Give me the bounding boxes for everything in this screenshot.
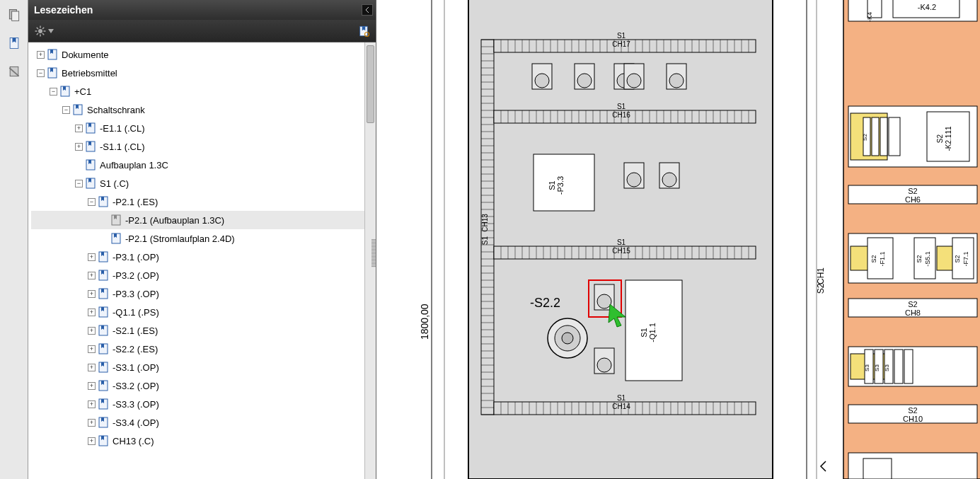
tree-item-label: -S1.1 (.CL) [100, 142, 145, 152]
tree-item-p21[interactable]: −-P2.1 (.ES) [31, 192, 376, 211]
bookmark-doc-icon [60, 86, 70, 97]
tree-item-schaltschrank[interactable]: −Schaltschrank [31, 100, 376, 119]
expand-icon[interactable]: + [88, 419, 96, 427]
svg-point-255 [535, 74, 549, 88]
tree-item-s34[interactable]: +-S3.4 (.OP) [31, 413, 376, 432]
tree-item-s1[interactable]: −S1 (.C) [31, 174, 376, 192]
svg-rect-335 [863, 458, 892, 479]
tree-item-s21[interactable]: +-S2.1 (.ES) [31, 321, 376, 340]
tree-item-q11[interactable]: +-Q1.1 (.PS) [31, 303, 376, 321]
bookmark-doc-icon [98, 343, 108, 354]
tree-item-p32[interactable]: +-P3.2 (.OP) [31, 266, 376, 284]
bookmark-doc-icon [98, 380, 108, 391]
tree-item-label: -P3.2 (.OP) [113, 270, 159, 281]
svg-text:-F1.1: -F1.1 [879, 251, 886, 266]
svg-text:S2: S2 [936, 134, 944, 143]
tree-item-p31[interactable]: +-P3.1 (.OP) [31, 248, 376, 266]
svg-text:S2: S2 [916, 255, 923, 262]
tree-item-s22[interactable]: +-S2.2 (.ES) [31, 340, 376, 358]
sidebar-header: Lesezeichen [28, 0, 376, 20]
find-bookmark-icon[interactable] [357, 25, 370, 37]
scrollbar-thumb[interactable] [367, 45, 374, 123]
tree-item-p21a[interactable]: -P2.1 (Aufbauplan 1.3C) [31, 211, 376, 229]
tree-item-label: -S2.2 (.ES) [113, 344, 158, 354]
svg-text:S3: S3 [874, 364, 880, 371]
expand-icon[interactable]: + [88, 382, 96, 390]
tree-item-e11[interactable]: +-E1.1 (.CL) [31, 119, 376, 137]
drawing-canvas[interactable]: 1800,00 S1 CH13 S1 CH17 [376, 0, 980, 479]
svg-text:S2: S2 [908, 187, 917, 195]
tree-item-c1[interactable]: −+C1 [31, 82, 376, 100]
expand-icon[interactable]: + [88, 327, 96, 335]
collapse-icon[interactable]: − [75, 180, 83, 187]
collapse-icon[interactable]: − [50, 88, 57, 96]
expand-icon[interactable]: + [88, 400, 96, 408]
tree-item-dokumente[interactable]: +Dokumente [31, 45, 376, 64]
resize-grip[interactable] [371, 239, 376, 267]
bookmark-doc-icon [98, 270, 108, 281]
svg-rect-326 [894, 350, 903, 383]
svg-point-5 [38, 29, 42, 33]
tree-item-ch13[interactable]: +CH13 (.C) [31, 432, 376, 450]
svg-rect-296 [872, 117, 879, 156]
pages-icon[interactable] [6, 7, 22, 23]
expand-icon[interactable]: + [88, 290, 96, 298]
bookmark-doc-icon [111, 214, 121, 226]
expand-icon[interactable]: + [37, 51, 45, 59]
svg-text:CH10: CH10 [903, 415, 923, 423]
bookmark-doc-icon [73, 104, 83, 115]
tree-item-label: -S3.3 (.OP) [113, 399, 159, 410]
expand-icon[interactable]: + [75, 125, 83, 132]
expand-icon[interactable]: + [88, 437, 96, 445]
dropdown-caret-icon[interactable] [48, 29, 54, 33]
bookmark-doc-icon [98, 435, 108, 446]
toggle-spacer [75, 161, 83, 169]
collapse-icon[interactable]: − [37, 69, 45, 77]
tree-item-s32[interactable]: +-S3.2 (.OP) [31, 376, 376, 395]
tree-item-label: -P3.3 (.OP) [113, 289, 159, 299]
svg-text:-S2.2: -S2.2 [530, 296, 560, 310]
expand-icon[interactable]: + [88, 345, 96, 353]
svg-point-270 [662, 173, 676, 187]
tree-item-betriebsmittel[interactable]: −Betriebsmittel [31, 64, 376, 82]
tree-item-label: Schaltschrank [87, 105, 145, 115]
tree-item-p21s[interactable]: -P2.1 (Stromlaufplan 2.4D) [31, 229, 376, 248]
expand-icon[interactable]: + [88, 272, 96, 279]
svg-text:S3: S3 [884, 364, 890, 371]
bookmark-doc-icon [98, 196, 108, 207]
bookmark-tree[interactable]: +Dokumente−Betriebsmittel−+C1−Schaltschr… [28, 42, 376, 479]
svg-rect-1 [11, 11, 18, 21]
bookmark-doc-icon [98, 251, 108, 262]
expand-icon[interactable]: + [75, 143, 83, 151]
bookmark-doc-icon [86, 159, 96, 171]
tree-item-s11[interactable]: +-S1.1 (.CL) [31, 137, 376, 156]
bookmark-doc-icon [47, 67, 57, 79]
bookmark-panel-icon[interactable] [6, 35, 22, 51]
svg-text:S1: S1 [617, 32, 626, 40]
bookmark-doc-icon [98, 325, 108, 336]
expand-icon[interactable]: + [88, 253, 96, 261]
tree-item-label: -Q1.1 (.PS) [113, 307, 159, 318]
collapse-panel-button[interactable] [362, 4, 373, 16]
collapse-icon[interactable]: − [62, 106, 70, 114]
tree-item-s33[interactable]: +-S3.3 (.OP) [31, 395, 376, 413]
svg-text:S1: S1 [617, 394, 626, 402]
svg-text:S2: S2 [954, 255, 961, 262]
tree-item-p33[interactable]: +-P3.3 (.OP) [31, 284, 376, 303]
sidebar-toolbar [28, 20, 376, 42]
expand-icon[interactable]: + [88, 308, 96, 316]
tree-item-s31[interactable]: +-S3.1 (.OP) [31, 358, 376, 376]
svg-line-11 [42, 33, 44, 35]
attachments-icon[interactable] [6, 64, 22, 79]
collapse-icon[interactable]: − [88, 198, 96, 206]
tree-item-label: Betriebsmittel [62, 68, 117, 79]
svg-point-274 [562, 333, 573, 344]
svg-line-12 [37, 33, 38, 35]
svg-text:-K4.2: -K4.2 [918, 3, 936, 11]
bookmark-doc-icon [98, 288, 108, 299]
tree-item-label: -S2.1 (.ES) [113, 325, 158, 336]
svg-text:S1: S1 [617, 238, 626, 246]
tree-item-aufbau[interactable]: Aufbauplan 1.3C [31, 156, 376, 174]
gear-icon[interactable] [34, 25, 47, 37]
expand-icon[interactable]: + [88, 364, 96, 371]
